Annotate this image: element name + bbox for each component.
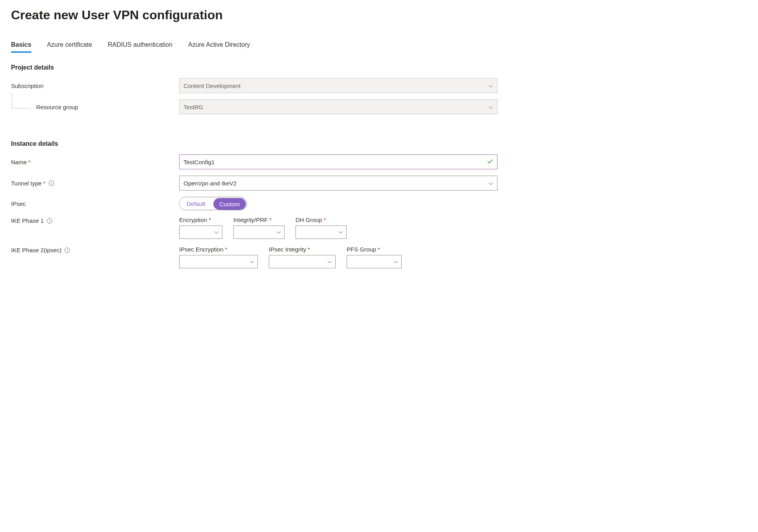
label-name: Name* xyxy=(11,159,179,165)
label-tunnel-type: Tunnel type* i xyxy=(11,180,179,187)
checkmark-icon xyxy=(487,158,493,166)
label-phase1-integrity: Integrity/PRF* xyxy=(233,216,284,223)
label-ipsec: IPsec xyxy=(11,200,179,207)
page-title: Create new User VPN configuration xyxy=(11,8,747,22)
label-phase2-pfs-group: PFS Group* xyxy=(347,246,402,253)
phase1-integrity-select[interactable] xyxy=(233,226,284,239)
tab-azure-active-directory[interactable]: Azure Active Directory xyxy=(188,41,250,53)
label-phase2-ipsec-integrity: IPsec Integrity* xyxy=(269,246,336,253)
name-input[interactable]: TestConfig1 xyxy=(179,154,497,169)
name-value: TestConfig1 xyxy=(184,159,215,165)
subscription-select[interactable]: Content Development xyxy=(179,78,497,93)
phase2-ipsec-integrity-select[interactable] xyxy=(269,255,336,268)
phase2-pfs-group-select[interactable] xyxy=(347,255,402,268)
tunnel-type-select[interactable]: OpenVpn and IkeV2 xyxy=(179,176,497,191)
chevron-down-icon xyxy=(338,230,343,235)
phase1-dhgroup-select[interactable] xyxy=(295,226,347,239)
tree-indent-line xyxy=(12,93,31,108)
chevron-down-icon xyxy=(488,83,493,88)
chevron-down-icon xyxy=(488,181,493,185)
info-icon[interactable]: i xyxy=(49,180,54,186)
subscription-value: Content Development xyxy=(184,83,240,89)
chevron-down-icon xyxy=(250,259,254,264)
info-icon[interactable]: i xyxy=(64,248,70,253)
label-subscription: Subscription xyxy=(11,83,179,89)
label-ike-phase1: IKE Phase 1 i xyxy=(11,216,179,224)
label-phase2-ipsec-encryption: IPsec Encryption* xyxy=(179,246,258,253)
chevron-down-icon xyxy=(276,230,281,235)
ipsec-toggle: Default Custom xyxy=(179,197,247,210)
resource-group-select[interactable]: TestRG xyxy=(179,99,497,114)
tab-azure-certificate[interactable]: Azure certificate xyxy=(47,41,92,53)
phase2-ipsec-encryption-select[interactable] xyxy=(179,255,258,268)
chevron-down-icon xyxy=(214,230,219,235)
section-instance-details-title: Instance details xyxy=(11,140,747,147)
chevron-down-icon xyxy=(488,105,493,109)
label-resource-group-text: Resource group xyxy=(36,104,78,110)
tab-radius-authentication[interactable]: RADIUS authentication xyxy=(108,41,173,53)
tab-basics[interactable]: Basics xyxy=(11,41,31,53)
label-phase1-encryption: Encryption* xyxy=(179,216,222,223)
chevron-down-icon xyxy=(327,259,332,264)
phase1-encryption-select[interactable] xyxy=(179,226,222,239)
label-phase1-dhgroup: DH Group* xyxy=(295,216,347,223)
tabs: Basics Azure certificate RADIUS authenti… xyxy=(11,41,747,53)
label-ike-phase2: IKE Phase 2(ipsec) i xyxy=(11,246,179,253)
ipsec-default-option[interactable]: Default xyxy=(180,197,213,210)
label-resource-group: Resource group xyxy=(11,104,179,110)
tunnel-type-value: OpenVpn and IkeV2 xyxy=(184,180,237,187)
resource-group-value: TestRG xyxy=(184,104,203,110)
info-icon[interactable]: i xyxy=(47,218,52,224)
section-project-details-title: Project details xyxy=(11,64,747,71)
ipsec-custom-option[interactable]: Custom xyxy=(213,198,246,210)
chevron-down-icon xyxy=(393,259,398,264)
